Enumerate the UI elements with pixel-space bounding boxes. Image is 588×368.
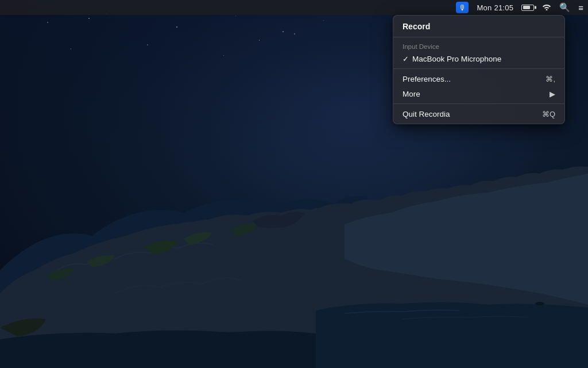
quit-menu-item[interactable]: Quit Recordia ⌘Q bbox=[393, 106, 564, 121]
more-label: More bbox=[403, 90, 550, 98]
context-menu: Record Input Device ✓ MacBook Pro Microp… bbox=[393, 15, 565, 124]
preferences-label: Preferences... bbox=[403, 75, 546, 83]
preferences-shortcut: ⌘, bbox=[546, 75, 555, 83]
more-menu-item[interactable]: More ▶ bbox=[393, 86, 564, 101]
record-menu-item[interactable]: Record bbox=[393, 18, 564, 34]
menubar-time: Mon 21:05 bbox=[477, 3, 513, 12]
record-label: Record bbox=[403, 22, 555, 31]
macbook-pro-mic-label: MacBook Pro Microphone bbox=[412, 55, 555, 63]
macbook-pro-mic-item[interactable]: ✓ MacBook Pro Microphone bbox=[393, 51, 564, 66]
recordia-menu-icon[interactable]: 🎙 bbox=[456, 2, 469, 13]
landscape bbox=[0, 110, 588, 368]
input-device-header: Input Device bbox=[393, 40, 564, 51]
control-center-icon[interactable]: ≡ bbox=[578, 3, 583, 13]
quit-label: Quit Recordia bbox=[403, 110, 542, 118]
preferences-section: Preferences... ⌘, More ▶ bbox=[393, 68, 564, 103]
search-icon[interactable]: 🔍 bbox=[559, 2, 570, 13]
record-section: Record bbox=[393, 16, 564, 37]
preferences-menu-item[interactable]: Preferences... ⌘, bbox=[393, 71, 564, 86]
quit-section: Quit Recordia ⌘Q bbox=[393, 103, 564, 124]
input-device-section: Input Device ✓ MacBook Pro Microphone bbox=[393, 37, 564, 68]
wifi-icon[interactable] bbox=[542, 3, 551, 12]
quit-shortcut: ⌘Q bbox=[542, 110, 555, 118]
menubar-icons: 🎙 Mon 21:05 🔍 ≡ bbox=[456, 2, 583, 13]
more-arrow-icon: ▶ bbox=[550, 90, 555, 98]
checkmark-icon: ✓ bbox=[403, 55, 409, 63]
svg-point-2 bbox=[535, 302, 544, 305]
menubar: 🎙 Mon 21:05 🔍 ≡ bbox=[0, 0, 588, 15]
battery-icon bbox=[521, 5, 534, 11]
